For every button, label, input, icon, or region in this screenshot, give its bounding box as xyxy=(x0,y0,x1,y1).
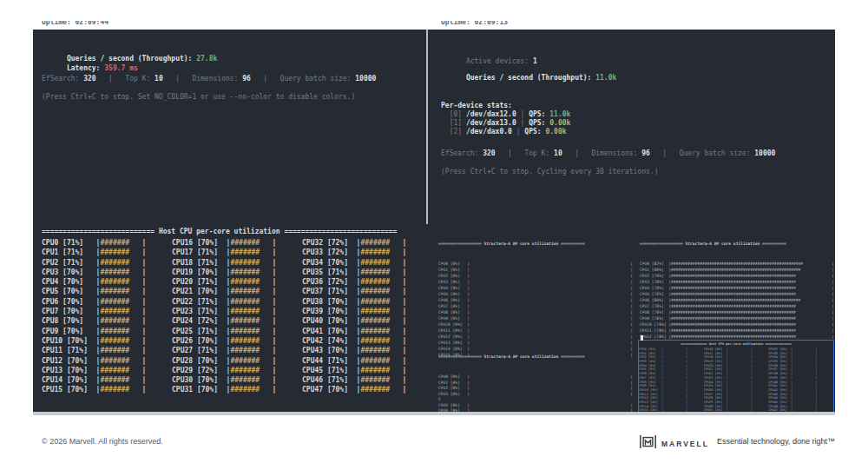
host-cpu-rows: CPU0 [71%] |####### |CPU16 [70%] |######… xyxy=(42,238,432,395)
host-cpu-row: CPU2 [71%] |####### |CPU18 [71%] |######… xyxy=(42,258,432,268)
host-cpu-table-header: =========================== Host CPU per… xyxy=(42,228,397,235)
tagline-text: Essential technology, done right™ xyxy=(717,437,835,446)
structera-partial-rows: CPU0 [0%] | |CPU1 [0%] | |CPU2 [0%] | xyxy=(438,374,638,415)
copyright-text: © 2026 Marvell. All rights reserved. xyxy=(42,437,163,446)
terminal-cursor xyxy=(641,335,643,341)
marvell-logo-block: MARVELL xyxy=(640,434,709,453)
right-throughput-line: Queries / second (Throughput): 11.0k xyxy=(441,65,616,91)
marvell-logo-icon xyxy=(640,434,656,453)
host-cpu-row: CPU14 [70%] |####### |CPU30 [70%] |#####… xyxy=(42,375,432,385)
host-cpu-row: CPU10 [70%] |####### |CPU26 [70%] |#####… xyxy=(42,336,432,346)
host-cpu-row: CPU6 [70%] |####### |CPU22 [71%] |######… xyxy=(42,297,432,307)
device-row: [1] /dev/dax13.0 | QPS: 0.00k xyxy=(441,119,570,128)
host-cpu-row: CPU3 [70%] |####### |CPU19 [70%] |######… xyxy=(42,268,432,277)
host-cpu-row: CPU7 [70%] |####### |CPU23 [71%] |######… xyxy=(42,307,432,316)
host-cpu-row: CPU9 [70%] |####### |CPU25 [71%] |######… xyxy=(42,327,432,336)
terminal-canvas: Queries / second (Throughput): 27.8k Lat… xyxy=(33,30,835,415)
host-cpu-row: CPU12 [70%] |####### |CPU28 [70%] |#####… xyxy=(42,356,432,366)
left-params-line: EfSearch: 320 | Top K: 10 | Dimensions: … xyxy=(42,75,376,83)
structera-partial-header: ================== Structera-A AP core u… xyxy=(438,353,638,361)
host-cpu-row: CPU1 [71%] |####### |CPU17 [71%] |######… xyxy=(42,248,432,257)
device-rows: [0] /dev/dax12.0 | QPS: 11.0k [1] /dev/d… xyxy=(441,110,570,136)
window-bottom-edge xyxy=(33,412,835,415)
device-row: [0] /dev/dax12.0 | QPS: 11.0k xyxy=(441,110,570,119)
host-idle-panel-focused: ============== Host CPU per-core utiliza… xyxy=(638,340,834,414)
structera-idle-header: ================== Structera-A AP core u… xyxy=(438,240,638,248)
host-cpu-row: CPU5 [70%] |####### |CPU21 [70%] |######… xyxy=(42,287,432,296)
host-cpu-row: CPU11 [71%] |####### |CPU27 [71%] |#####… xyxy=(42,346,432,355)
per-device-title: Per-device stats: xyxy=(441,102,512,110)
host-idle-rows: CPU0 [0%] | |CPU16 [0%] | |CPU32 [0%] | … xyxy=(639,348,833,413)
host-cpu-row: CPU4 [70%] |####### |CPU20 [71%] |######… xyxy=(42,277,432,287)
host-cpu-row: CPU8 [70%] |####### |CPU24 [72%] |######… xyxy=(42,316,432,326)
pane-divider xyxy=(426,30,428,224)
device-row: [2] /dev/dax0.0 | QPS: 0.00k xyxy=(441,128,570,136)
slide-page: Uptime: 02:09:44 Uptime: 02:09:13 Querie… xyxy=(0,0,868,470)
left-uptime-clipped: Uptime: 02:09:44 xyxy=(42,21,181,29)
marvell-brand-text: MARVELL xyxy=(661,440,709,448)
right-uptime-clipped: Uptime: 02:09:13 xyxy=(441,21,580,29)
left-hint-line: (Press Ctrl+C to stop. Set NO_COLOR=1 or… xyxy=(42,93,355,102)
host-idle-header: ============== Host CPU per-core utiliza… xyxy=(639,341,833,348)
host-cpu-row: CPU13 [70%] |####### |CPU29 [72%] |#####… xyxy=(42,366,432,375)
host-cpu-row: CPU0 [71%] |####### |CPU16 [70%] |######… xyxy=(42,238,432,248)
right-hint-line: (Press Ctrl+C to stop. Cycling every 30 … xyxy=(441,168,658,176)
host-cpu-row: CPU15 [70%] |####### |CPU31 [70%] |#####… xyxy=(42,385,432,394)
right-params-line: EfSearch: 320 | Top K: 10 | Dimensions: … xyxy=(441,149,775,158)
structera-busy-header: ================== Structera-A AP core u… xyxy=(640,240,835,248)
structera-partial-panel: ================== Structera-A AP core u… xyxy=(438,341,638,415)
